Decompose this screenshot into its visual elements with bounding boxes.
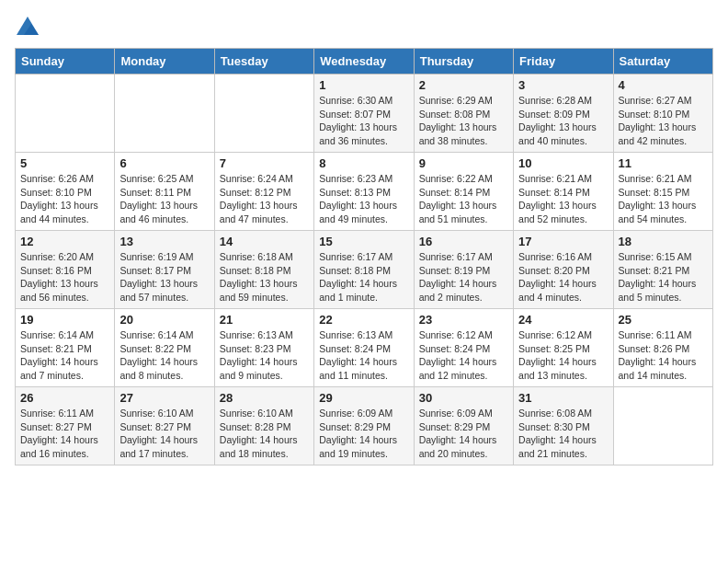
calendar-cell: 13Sunrise: 6:19 AM Sunset: 8:17 PM Dayli… (115, 231, 214, 309)
day-info: Sunrise: 6:13 AM Sunset: 8:24 PM Dayligh… (319, 328, 408, 383)
day-info: Sunrise: 6:25 AM Sunset: 8:11 PM Dayligh… (119, 172, 209, 226)
calendar-cell: 6Sunrise: 6:25 AM Sunset: 8:11 PM Daylig… (115, 153, 214, 231)
calendar-cell: 7Sunrise: 6:24 AM Sunset: 8:12 PM Daylig… (214, 153, 313, 231)
calendar-cell: 11Sunrise: 6:21 AM Sunset: 8:15 PM Dayli… (613, 153, 712, 231)
calendar-cell: 1Sunrise: 6:30 AM Sunset: 8:07 PM Daylig… (314, 75, 414, 153)
calendar-week-row: 26Sunrise: 6:11 AM Sunset: 8:27 PM Dayli… (16, 387, 713, 465)
day-info: Sunrise: 6:18 AM Sunset: 8:18 PM Dayligh… (220, 250, 309, 304)
day-number: 1 (319, 78, 408, 92)
day-info: Sunrise: 6:28 AM Sunset: 8:09 PM Dayligh… (518, 94, 608, 148)
day-number: 22 (319, 313, 408, 327)
day-info: Sunrise: 6:09 AM Sunset: 8:29 PM Dayligh… (419, 407, 508, 461)
calendar-cell (115, 75, 214, 153)
day-info: Sunrise: 6:21 AM Sunset: 8:15 PM Dayligh… (619, 172, 708, 226)
day-number: 29 (319, 391, 408, 405)
calendar-cell (16, 75, 115, 153)
day-info: Sunrise: 6:17 AM Sunset: 8:18 PM Dayligh… (319, 250, 408, 304)
day-info: Sunrise: 6:27 AM Sunset: 8:10 PM Dayligh… (619, 94, 708, 148)
day-number: 18 (619, 235, 708, 248)
day-number: 28 (220, 391, 309, 405)
col-header-friday: Friday (514, 49, 613, 75)
calendar-cell: 20Sunrise: 6:14 AM Sunset: 8:22 PM Dayli… (115, 309, 214, 387)
day-info: Sunrise: 6:10 AM Sunset: 8:27 PM Dayligh… (119, 407, 209, 461)
calendar-cell: 31Sunrise: 6:08 AM Sunset: 8:30 PM Dayli… (514, 387, 613, 465)
calendar-week-row: 5Sunrise: 6:26 AM Sunset: 8:10 PM Daylig… (16, 153, 713, 231)
col-header-thursday: Thursday (414, 49, 513, 75)
day-info: Sunrise: 6:12 AM Sunset: 8:24 PM Dayligh… (419, 328, 508, 383)
day-number: 9 (419, 156, 508, 170)
col-header-wednesday: Wednesday (314, 49, 414, 75)
day-info: Sunrise: 6:23 AM Sunset: 8:13 PM Dayligh… (319, 172, 408, 226)
calendar-cell: 30Sunrise: 6:09 AM Sunset: 8:29 PM Dayli… (414, 387, 513, 465)
day-number: 19 (20, 313, 109, 327)
day-number: 2 (419, 78, 508, 92)
calendar-cell: 22Sunrise: 6:13 AM Sunset: 8:24 PM Dayli… (314, 309, 414, 387)
day-number: 27 (119, 391, 209, 405)
day-info: Sunrise: 6:13 AM Sunset: 8:23 PM Dayligh… (220, 328, 309, 383)
calendar-cell: 12Sunrise: 6:20 AM Sunset: 8:16 PM Dayli… (16, 231, 115, 309)
calendar-cell: 14Sunrise: 6:18 AM Sunset: 8:18 PM Dayli… (214, 231, 313, 309)
calendar-cell: 23Sunrise: 6:12 AM Sunset: 8:24 PM Dayli… (414, 309, 513, 387)
calendar-cell: 3Sunrise: 6:28 AM Sunset: 8:09 PM Daylig… (514, 75, 613, 153)
day-info: Sunrise: 6:30 AM Sunset: 8:07 PM Dayligh… (319, 94, 408, 148)
day-number: 6 (119, 156, 209, 170)
day-number: 14 (220, 235, 309, 248)
day-number: 20 (119, 313, 209, 327)
day-info: Sunrise: 6:09 AM Sunset: 8:29 PM Dayligh… (319, 407, 408, 461)
calendar-cell: 16Sunrise: 6:17 AM Sunset: 8:19 PM Dayli… (414, 231, 513, 309)
page-header (15, 15, 713, 40)
calendar-week-row: 1Sunrise: 6:30 AM Sunset: 8:07 PM Daylig… (16, 75, 713, 153)
day-info: Sunrise: 6:14 AM Sunset: 8:22 PM Dayligh… (119, 328, 209, 383)
day-info: Sunrise: 6:16 AM Sunset: 8:20 PM Dayligh… (518, 250, 608, 304)
day-info: Sunrise: 6:08 AM Sunset: 8:30 PM Dayligh… (518, 407, 608, 461)
calendar-cell: 19Sunrise: 6:14 AM Sunset: 8:21 PM Dayli… (16, 309, 115, 387)
calendar-cell: 25Sunrise: 6:11 AM Sunset: 8:26 PM Dayli… (613, 309, 712, 387)
day-info: Sunrise: 6:12 AM Sunset: 8:25 PM Dayligh… (518, 328, 608, 383)
day-number: 3 (518, 78, 608, 92)
day-info: Sunrise: 6:21 AM Sunset: 8:14 PM Dayligh… (518, 172, 608, 226)
day-number: 24 (518, 313, 608, 327)
day-number: 8 (319, 156, 408, 170)
day-number: 7 (220, 156, 309, 170)
calendar-cell: 26Sunrise: 6:11 AM Sunset: 8:27 PM Dayli… (16, 387, 115, 465)
calendar-cell: 18Sunrise: 6:15 AM Sunset: 8:21 PM Dayli… (613, 231, 712, 309)
day-number: 16 (419, 235, 508, 248)
col-header-sunday: Sunday (16, 49, 115, 75)
calendar-cell: 15Sunrise: 6:17 AM Sunset: 8:18 PM Dayli… (314, 231, 414, 309)
calendar-week-row: 19Sunrise: 6:14 AM Sunset: 8:21 PM Dayli… (16, 309, 713, 387)
day-number: 30 (419, 391, 508, 405)
day-number: 15 (319, 235, 408, 248)
day-info: Sunrise: 6:14 AM Sunset: 8:21 PM Dayligh… (20, 328, 109, 383)
col-header-monday: Monday (115, 49, 214, 75)
day-info: Sunrise: 6:10 AM Sunset: 8:28 PM Dayligh… (220, 407, 309, 461)
calendar-header-row: SundayMondayTuesdayWednesdayThursdayFrid… (16, 49, 713, 75)
calendar-cell: 8Sunrise: 6:23 AM Sunset: 8:13 PM Daylig… (314, 153, 414, 231)
day-info: Sunrise: 6:24 AM Sunset: 8:12 PM Dayligh… (220, 172, 309, 226)
day-info: Sunrise: 6:11 AM Sunset: 8:26 PM Dayligh… (619, 328, 708, 383)
day-info: Sunrise: 6:29 AM Sunset: 8:08 PM Dayligh… (419, 94, 508, 148)
calendar-cell: 17Sunrise: 6:16 AM Sunset: 8:20 PM Dayli… (514, 231, 613, 309)
day-info: Sunrise: 6:22 AM Sunset: 8:14 PM Dayligh… (419, 172, 508, 226)
day-number: 11 (619, 156, 708, 170)
calendar-cell: 2Sunrise: 6:29 AM Sunset: 8:08 PM Daylig… (414, 75, 513, 153)
day-info: Sunrise: 6:26 AM Sunset: 8:10 PM Dayligh… (20, 172, 109, 226)
calendar-cell (613, 387, 712, 465)
day-info: Sunrise: 6:20 AM Sunset: 8:16 PM Dayligh… (20, 250, 109, 304)
calendar-cell (214, 75, 313, 153)
calendar-cell: 9Sunrise: 6:22 AM Sunset: 8:14 PM Daylig… (414, 153, 513, 231)
day-info: Sunrise: 6:11 AM Sunset: 8:27 PM Dayligh… (20, 407, 109, 461)
calendar-cell: 10Sunrise: 6:21 AM Sunset: 8:14 PM Dayli… (514, 153, 613, 231)
logo (15, 15, 44, 40)
day-info: Sunrise: 6:19 AM Sunset: 8:17 PM Dayligh… (119, 250, 209, 304)
calendar-cell: 27Sunrise: 6:10 AM Sunset: 8:27 PM Dayli… (115, 387, 214, 465)
day-number: 25 (619, 313, 708, 327)
day-number: 13 (119, 235, 209, 248)
day-number: 5 (20, 156, 109, 170)
day-number: 4 (619, 78, 708, 92)
calendar-table: SundayMondayTuesdayWednesdayThursdayFrid… (15, 48, 713, 465)
day-number: 23 (419, 313, 508, 327)
day-info: Sunrise: 6:17 AM Sunset: 8:19 PM Dayligh… (419, 250, 508, 304)
day-number: 12 (20, 235, 109, 248)
calendar-cell: 24Sunrise: 6:12 AM Sunset: 8:25 PM Dayli… (514, 309, 613, 387)
day-number: 26 (20, 391, 109, 405)
